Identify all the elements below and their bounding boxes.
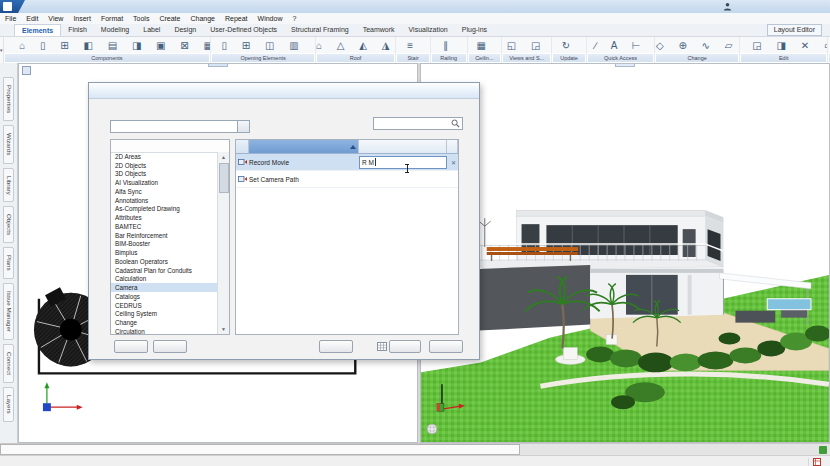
menu-item[interactable]: File <box>0 15 21 22</box>
tools-table: Record Movie R M ✕ Set Camera Path ✕ <box>235 139 459 335</box>
task-area-item[interactable]: Alfa Sync <box>111 187 218 196</box>
ribbon-tool-icons[interactable]: ◫ ⌂ ▯ ⊞ ◧ ▤ ◨ ▣ ⊠ ▦ <box>4 37 211 53</box>
tool-icon <box>236 175 249 183</box>
task-area-item[interactable]: 2D Objects <box>111 161 218 170</box>
task-area-item[interactable]: Bimplus <box>111 248 218 257</box>
import-button[interactable] <box>153 340 187 353</box>
ribbon-tab[interactable]: Label <box>136 24 167 36</box>
plus-icon[interactable] <box>819 446 827 454</box>
menu-item[interactable]: Insert <box>68 15 96 22</box>
shortcut-cell[interactable] <box>359 171 447 187</box>
ribbon-tool-icons[interactable]: ≡ <box>396 37 429 53</box>
notifications[interactable] <box>808 458 830 466</box>
chevron-down-icon[interactable] <box>237 121 249 132</box>
shortcut-set-dropdown[interactable] <box>110 120 250 133</box>
sidebar-palette-tab[interactable]: Properties <box>3 77 13 121</box>
sidebar-palette-tab[interactable]: Connect <box>3 344 13 383</box>
menu-item[interactable]: Tools <box>128 15 154 22</box>
menu-item[interactable]: Format <box>96 15 128 22</box>
dialog-title-bar[interactable] <box>89 83 479 99</box>
ribbon-tool-icons[interactable]: ⌂ △ ◭ ◮ <box>316 37 396 53</box>
sidebar-palette-tab[interactable]: Objects <box>3 206 13 243</box>
sidebar-palette-tab[interactable]: Layers <box>3 387 13 422</box>
shortcut-cell[interactable]: R M <box>359 154 447 170</box>
task-area-item[interactable]: 3D Objects <box>111 170 218 179</box>
sidebar-palette-tab[interactable]: Library <box>3 168 13 203</box>
task-area-item[interactable]: BAMTEC <box>111 222 218 231</box>
task-area-item[interactable]: Attributes <box>111 213 218 222</box>
table-row[interactable]: Record Movie R M ✕ <box>236 154 458 171</box>
ribbon-tool-icons[interactable]: ↻ <box>552 37 585 53</box>
ribbon-tool-icons[interactable]: ◱ ◲ <box>502 37 551 53</box>
scroll-up-icon[interactable]: ▲ <box>218 152 229 162</box>
ribbon-tab[interactable]: Design <box>167 24 203 36</box>
menu-item[interactable]: Repeat <box>220 15 253 22</box>
shortcut-search[interactable] <box>373 117 463 130</box>
table-row[interactable]: Set Camera Path ✕ <box>236 171 458 188</box>
menu-item[interactable]: Window <box>253 15 288 22</box>
ribbon-tab[interactable]: Elements <box>14 24 61 36</box>
perspective-viewport-tab[interactable] <box>615 64 635 67</box>
task-area-item[interactable]: Bar Reinforcement <box>111 231 218 240</box>
task-area-item[interactable]: Cadastral Plan for Conduits <box>111 266 218 275</box>
menu-item[interactable]: Edit <box>21 15 43 22</box>
ribbon-group: ◱ ◲ Views and S... <box>502 37 552 63</box>
ribbon-tab[interactable]: User-Defined Objects <box>203 24 284 36</box>
ribbon-tool-icons[interactable]: ▯ ⊞ ◫ ▥ <box>211 37 314 53</box>
ribbon-tab[interactable]: Modeling <box>94 24 136 36</box>
task-area-item[interactable]: Calculation <box>111 275 218 284</box>
shortcuts-column-header[interactable] <box>359 140 447 153</box>
task-area-item[interactable]: Boolean Operators <box>111 257 218 266</box>
task-area-item[interactable]: As-Completed Drawing <box>111 205 218 214</box>
task-area-item[interactable]: Ceiling System <box>111 310 218 319</box>
task-area-item[interactable]: Change <box>111 318 218 327</box>
ribbon-tab[interactable]: Structural Framing <box>284 24 356 36</box>
cancel-button[interactable] <box>429 340 463 353</box>
scrollbar-thumb[interactable] <box>219 163 229 193</box>
clear-shortcut-icon[interactable]: ✕ <box>451 159 456 166</box>
task-area-item[interactable]: BIM-Booster <box>111 240 218 249</box>
ribbon-tool-icons[interactable]: ✎ ◇ ⊕ ∿ ▱ ⊗ <box>655 37 739 53</box>
ribbon-tool-icons[interactable]: ∥ <box>431 37 467 53</box>
export-button[interactable] <box>114 340 148 353</box>
shortcut-input[interactable]: R M <box>359 156 447 169</box>
search-input[interactable] <box>374 120 451 127</box>
task-area-item[interactable]: AI Visualization <box>111 178 218 187</box>
plan-viewport-tab[interactable] <box>208 64 228 67</box>
ribbon-tool-icons[interactable]: ∕ A ⊢ <box>587 37 655 53</box>
task-area-item[interactable]: Camera <box>111 283 218 292</box>
perspective-viewport[interactable] <box>420 63 830 443</box>
sidebar-palette-tab[interactable]: Wizards <box>3 125 13 163</box>
menu-item[interactable]: View <box>43 15 68 22</box>
ribbon-tab[interactable]: Teamwork <box>356 24 402 36</box>
task-area-item[interactable]: Catalogs <box>111 292 218 301</box>
task-area-item[interactable]: Annotations <box>111 196 218 205</box>
clear-button[interactable] <box>319 340 353 353</box>
menu-item[interactable]: Change <box>185 15 220 22</box>
sidebar-palette-tab[interactable]: Plans <box>3 247 13 278</box>
viewport-window-icon <box>22 66 31 75</box>
ribbon-tab[interactable]: Layout Editor <box>767 24 822 36</box>
scrollbar[interactable]: ▲ ▼ <box>217 152 229 334</box>
sidebar-palette-tab[interactable]: Issue Manager <box>3 283 13 340</box>
allplan-logo-icon <box>3 2 12 11</box>
ribbon-tool-icons[interactable]: ▦ <box>468 37 501 53</box>
menu-item[interactable]: ? <box>287 15 301 22</box>
keyboard-grid-icon[interactable] <box>377 342 387 351</box>
tools-column-header[interactable] <box>249 140 359 153</box>
task-area-item[interactable]: 2D Areas <box>111 152 218 161</box>
ribbon-tab[interactable]: Finish <box>61 24 94 36</box>
ribbon-group: ⌂ △ ◭ ◮ Roof <box>316 37 397 63</box>
icon-column-header[interactable] <box>236 140 249 153</box>
scroll-down-icon[interactable]: ▼ <box>218 324 229 334</box>
menu-item[interactable]: Create <box>154 15 185 22</box>
task-area-item[interactable]: Circulation <box>111 327 218 334</box>
ribbon-tab[interactable]: Plug-ins <box>455 24 494 36</box>
task-area-item[interactable]: CEDRUS <box>111 301 218 310</box>
user-icon[interactable] <box>723 2 732 11</box>
ribbon-tab[interactable]: Visualization <box>402 24 455 36</box>
ribbon-tool-icons[interactable]: ◧ ⊞ ◲ ◨ ✕ ▭ ⊟ <box>740 37 828 53</box>
ok-button[interactable] <box>389 340 421 353</box>
search-icon[interactable] <box>451 119 460 128</box>
text-caret <box>375 158 376 166</box>
